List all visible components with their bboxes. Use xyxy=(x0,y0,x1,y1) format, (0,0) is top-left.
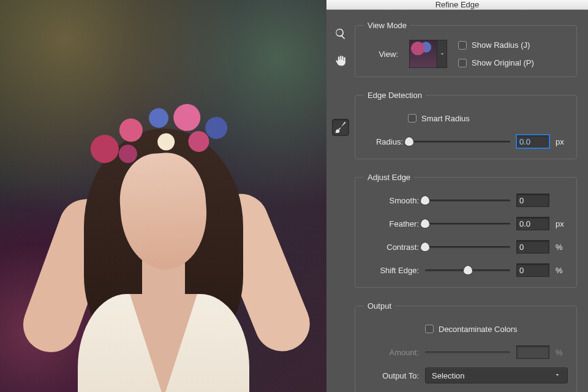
smooth-slider[interactable] xyxy=(425,195,510,206)
refine-brush-button[interactable] xyxy=(332,119,349,136)
view-label: View: xyxy=(364,50,398,59)
radius-label: Radius: xyxy=(364,137,403,146)
edge-detection-group: Edge Detection Smart Radius Radius: xyxy=(355,91,577,159)
dialog-title: Refine Edge xyxy=(435,0,480,9)
radius-slider[interactable] xyxy=(409,136,510,147)
view-mode-legend: View Mode xyxy=(364,21,410,30)
output-to-select[interactable]: Selection xyxy=(425,368,568,383)
show-radius-checkbox[interactable]: Show Radius (J) xyxy=(458,40,534,50)
view-mode-group: View Mode View: Show Radius xyxy=(355,21,577,77)
amount-unit: % xyxy=(556,348,568,357)
app-root: Refine Edge xyxy=(0,0,588,392)
edge-detection-legend: Edge Detection xyxy=(364,91,426,100)
output-to-value: Selection xyxy=(432,371,464,380)
radius-unit: px xyxy=(556,137,568,146)
show-radius-input[interactable] xyxy=(458,41,467,50)
amount-input xyxy=(516,345,549,359)
view-mode-thumbnail xyxy=(409,40,437,68)
brush-icon xyxy=(334,121,347,135)
refine-edge-dialog: Refine Edge xyxy=(326,0,588,392)
decontaminate-label: Decontaminate Colors xyxy=(439,325,518,334)
decontaminate-checkbox[interactable]: Decontaminate Colors xyxy=(425,325,518,334)
dialog-tool-strip xyxy=(326,10,355,392)
document-canvas[interactable] xyxy=(0,0,326,392)
shift-edge-slider[interactable] xyxy=(425,265,510,276)
feather-input[interactable] xyxy=(516,217,549,230)
show-original-checkbox[interactable]: Show Original (P) xyxy=(458,58,534,67)
portrait-figure xyxy=(35,37,292,392)
shift-edge-label: Shift Edge: xyxy=(364,266,419,275)
zoom-tool-button[interactable] xyxy=(332,26,349,43)
smart-radius-input[interactable] xyxy=(408,114,417,123)
amount-slider xyxy=(425,347,510,358)
decontaminate-input[interactable] xyxy=(425,325,434,333)
show-original-input[interactable] xyxy=(458,59,467,67)
smart-radius-label: Smart Radius xyxy=(421,114,470,123)
smart-radius-checkbox[interactable]: Smart Radius xyxy=(408,114,470,123)
adjust-edge-legend: Adjust Edge xyxy=(364,173,414,182)
hand-tool-button[interactable] xyxy=(332,53,349,70)
shift-edge-unit: % xyxy=(556,266,568,275)
smooth-input[interactable] xyxy=(516,194,549,207)
amount-label: Amount: xyxy=(364,348,419,357)
show-radius-label: Show Radius (J) xyxy=(472,40,530,50)
view-mode-dropdown[interactable] xyxy=(409,40,447,68)
feather-unit: px xyxy=(556,219,568,228)
radius-input[interactable] xyxy=(516,135,549,148)
contrast-unit: % xyxy=(556,243,568,252)
output-to-label: Output To: xyxy=(364,371,419,380)
output-group: Output Decontaminate Colors Amount: % xyxy=(355,301,577,392)
show-original-label: Show Original (P) xyxy=(472,58,534,67)
chevron-down-icon xyxy=(437,40,447,68)
contrast-slider[interactable] xyxy=(425,241,510,252)
dialog-titlebar[interactable]: Refine Edge xyxy=(326,0,588,10)
output-legend: Output xyxy=(364,301,395,311)
feather-label: Feather: xyxy=(364,219,419,228)
shift-edge-input[interactable] xyxy=(516,263,549,277)
hand-icon xyxy=(334,55,347,69)
chevron-down-icon xyxy=(554,371,561,380)
magnifier-icon xyxy=(334,28,347,42)
smooth-label: Smooth: xyxy=(364,196,419,205)
contrast-input[interactable] xyxy=(516,240,549,254)
feather-slider[interactable] xyxy=(425,218,510,229)
contrast-label: Contrast: xyxy=(364,243,419,252)
adjust-edge-group: Adjust Edge Smooth: Feather: px xyxy=(355,173,577,288)
dialog-form: View Mode View: Show Radius xyxy=(355,10,588,392)
